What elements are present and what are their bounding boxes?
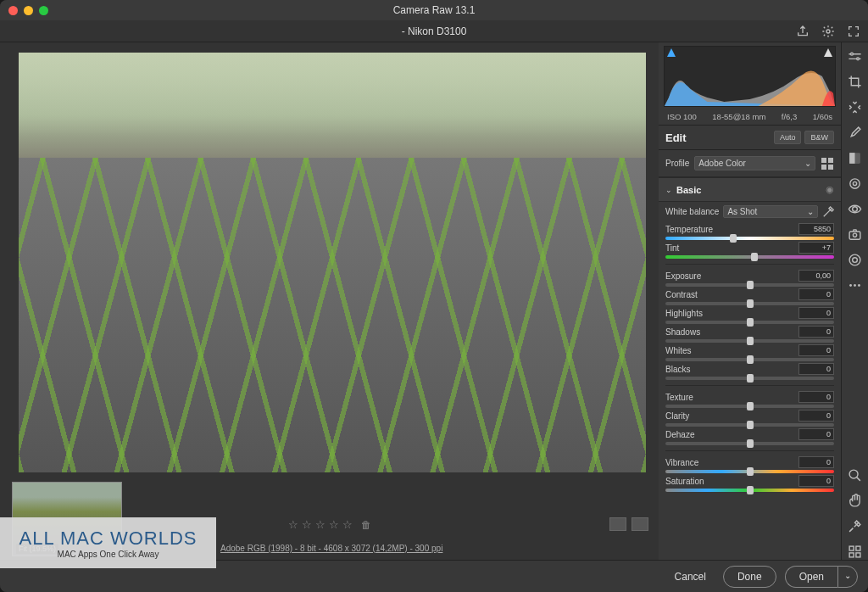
export-icon[interactable] (795, 24, 810, 39)
exif-aperture: f/6,3 (782, 112, 798, 121)
star-icon[interactable]: ☆ (302, 518, 312, 531)
svg-point-10 (853, 182, 856, 185)
contrast-value[interactable] (798, 288, 834, 300)
contrast-label: Contrast (665, 290, 698, 299)
whites-value[interactable] (798, 344, 834, 356)
canvas-area: Fit (19.5%) ☆ ☆ ☆ ☆ ☆ 🗑 Adobe RGB (1998)… (0, 42, 659, 560)
profile-select[interactable]: Adobe Color ⌄ (694, 156, 815, 170)
done-button[interactable]: Done (723, 566, 776, 588)
shadows-value[interactable] (798, 326, 834, 338)
cancel-button[interactable]: Cancel (666, 567, 715, 587)
basic-title: Basic (676, 185, 821, 195)
close-window-button[interactable] (8, 6, 18, 15)
histogram[interactable] (664, 46, 836, 107)
sampler-tool-icon[interactable] (847, 517, 864, 534)
gear-icon[interactable] (821, 24, 836, 39)
star-icon[interactable]: ☆ (288, 518, 298, 531)
grid-view-icon[interactable] (847, 543, 864, 560)
highlights-slider[interactable] (665, 321, 834, 324)
hand-tool-icon[interactable] (847, 492, 864, 509)
saturation-slider[interactable] (665, 489, 834, 492)
svg-point-13 (853, 233, 856, 237)
snapshot-tool-icon[interactable] (847, 226, 864, 243)
highlight-clip-icon[interactable] (824, 48, 832, 57)
temperature-value[interactable] (798, 223, 834, 235)
svg-rect-12 (849, 231, 860, 238)
tint-slider[interactable] (665, 255, 834, 259)
clarity-value[interactable] (798, 410, 834, 422)
svg-rect-2 (828, 158, 833, 163)
temperature-slider[interactable] (665, 237, 834, 240)
radial-tool-icon[interactable] (847, 175, 864, 192)
svg-rect-1 (821, 158, 826, 163)
clarity-label: Clarity (665, 411, 689, 421)
clarity-slider[interactable] (665, 423, 834, 427)
highlights-value[interactable] (798, 307, 834, 319)
file-name: - Nikon D3100 (402, 25, 467, 37)
vibrance-value[interactable] (798, 456, 834, 468)
fullscreen-icon[interactable] (846, 24, 861, 39)
svg-point-16 (849, 284, 852, 287)
svg-rect-3 (821, 165, 826, 170)
dehaze-value[interactable] (798, 428, 834, 440)
window-title: Camera Raw 13.1 (393, 4, 476, 16)
texture-label: Texture (665, 393, 693, 402)
trash-icon[interactable]: 🗑 (361, 519, 371, 531)
crop-tool-icon[interactable] (847, 73, 864, 90)
tint-value[interactable] (798, 242, 834, 254)
edit-tool-icon[interactable] (847, 47, 864, 64)
maximize-window-button[interactable] (39, 6, 48, 15)
exposure-slider[interactable] (665, 283, 834, 287)
wb-label: White balance (665, 207, 719, 216)
star-icon[interactable]: ☆ (342, 518, 353, 531)
view-single-icon[interactable] (609, 517, 626, 531)
highlights-label: Highlights (665, 309, 703, 318)
shadows-slider[interactable] (665, 339, 834, 343)
zoom-tool-icon[interactable] (847, 466, 864, 483)
more-tool-icon[interactable] (847, 276, 864, 293)
minimize-window-button[interactable] (24, 6, 33, 15)
svg-point-14 (849, 254, 860, 265)
eyedropper-icon[interactable] (822, 206, 834, 218)
vibrance-slider[interactable] (665, 470, 834, 473)
svg-point-15 (853, 257, 858, 262)
basic-section-header[interactable]: ⌄ Basic ◉ (659, 177, 841, 202)
shadow-clip-icon[interactable] (667, 48, 676, 57)
image-info[interactable]: Adobe RGB (1998) - 8 bit - 4608 x 3072 (… (220, 544, 442, 553)
open-menu-chevron-icon[interactable]: ⌄ (837, 566, 858, 588)
profile-browser-icon[interactable] (821, 157, 834, 170)
watermark-subtitle: MAC Apps One Click Away (58, 550, 159, 559)
svg-point-5 (851, 53, 854, 55)
texture-value[interactable] (798, 391, 834, 403)
exposure-value[interactable] (798, 270, 834, 282)
wb-select[interactable]: As Shot ⌄ (723, 205, 818, 218)
brush-tool-icon[interactable] (847, 124, 864, 141)
whites-slider[interactable] (665, 358, 834, 361)
view-compare-icon[interactable] (632, 517, 648, 531)
texture-slider[interactable] (665, 405, 834, 408)
blacks-value[interactable] (798, 363, 834, 375)
preset-tool-icon[interactable] (847, 251, 864, 268)
whites-label: Whites (665, 346, 692, 355)
svg-point-11 (853, 206, 858, 211)
dehaze-slider[interactable] (665, 442, 834, 445)
saturation-value[interactable] (798, 475, 834, 487)
redeye-tool-icon[interactable] (847, 200, 864, 217)
star-icon[interactable]: ☆ (315, 518, 326, 531)
exif-shutter: 1/60s (813, 112, 832, 121)
svg-rect-8 (849, 153, 854, 164)
star-icon[interactable]: ☆ (329, 518, 339, 531)
heal-tool-icon[interactable] (847, 98, 864, 115)
gradient-tool-icon[interactable] (847, 149, 864, 166)
app-window: Camera Raw 13.1 - Nikon D3100 Fit (19.5%… (0, 0, 868, 592)
blacks-label: Blacks (665, 365, 690, 374)
bw-button[interactable]: B&W (804, 131, 834, 144)
rating-bar: ☆ ☆ ☆ ☆ ☆ 🗑 (288, 518, 371, 531)
auto-button[interactable]: Auto (774, 131, 802, 144)
contrast-slider[interactable] (665, 302, 834, 305)
main-image-preview[interactable] (19, 53, 646, 472)
visibility-icon[interactable]: ◉ (826, 184, 834, 195)
exif-readout: ISO 100 18-55@18 mm f/6,3 1/60s (659, 109, 841, 125)
blacks-slider[interactable] (665, 377, 834, 380)
open-button[interactable]: Open (785, 566, 837, 588)
